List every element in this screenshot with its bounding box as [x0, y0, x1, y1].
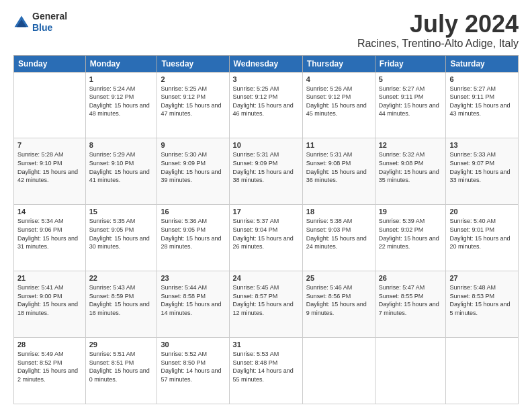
day-info: Sunrise: 5:40 AMSunset: 9:01 PMDaylight:… — [449, 217, 515, 250]
day-number: 20 — [449, 208, 515, 216]
day-number: 19 — [379, 208, 443, 216]
day-number: 12 — [379, 141, 443, 149]
day-number: 18 — [306, 208, 371, 216]
title-block: July 2024 Racines, Trentino-Alto Adige, … — [357, 11, 519, 50]
day-info: Sunrise: 5:28 AMSunset: 9:10 PMDaylight:… — [17, 150, 82, 184]
day-info: Sunrise: 5:25 AMSunset: 9:12 PMDaylight:… — [233, 85, 299, 118]
day-number: 4 — [306, 75, 371, 83]
day-info: Sunrise: 5:43 AMSunset: 8:59 PMDaylight:… — [89, 283, 154, 317]
day-info: Sunrise: 5:47 AMSunset: 8:55 PMDaylight:… — [379, 283, 443, 317]
day-cell: 26 Sunrise: 5:47 AMSunset: 8:55 PMDaylig… — [375, 271, 446, 338]
day-info: Sunrise: 5:34 AMSunset: 9:06 PMDaylight:… — [17, 217, 82, 250]
calendar-page: General Blue July 2024 Racines, Trentino… — [0, 0, 532, 411]
day-info: Sunrise: 5:37 AMSunset: 9:04 PMDaylight:… — [233, 217, 299, 250]
day-info: Sunrise: 5:39 AMSunset: 9:02 PMDaylight:… — [379, 217, 443, 250]
day-info: Sunrise: 5:38 AMSunset: 9:03 PMDaylight:… — [306, 217, 371, 250]
header-wednesday: Wednesday — [229, 55, 302, 72]
week-row-4: 21 Sunrise: 5:41 AMSunset: 9:00 PMDaylig… — [14, 271, 519, 338]
day-number: 15 — [89, 208, 154, 216]
day-info: Sunrise: 5:27 AMSunset: 9:11 PMDaylight:… — [379, 85, 443, 118]
day-cell — [446, 338, 519, 404]
day-number: 17 — [233, 208, 299, 216]
day-cell: 6 Sunrise: 5:27 AMSunset: 9:11 PMDayligh… — [446, 72, 519, 138]
day-number: 8 — [89, 141, 154, 149]
day-number: 28 — [17, 340, 82, 349]
calendar-table: Sunday Monday Tuesday Wednesday Thursday… — [13, 55, 519, 404]
header-friday: Friday — [375, 55, 446, 72]
day-number: 23 — [161, 274, 225, 282]
day-info: Sunrise: 5:25 AMSunset: 9:12 PMDaylight:… — [161, 85, 225, 118]
day-info: Sunrise: 5:33 AMSunset: 9:07 PMDaylight:… — [449, 150, 515, 184]
day-cell: 29 Sunrise: 5:51 AMSunset: 8:51 PMDaylig… — [85, 338, 157, 404]
day-cell: 17 Sunrise: 5:37 AMSunset: 9:04 PMDaylig… — [229, 205, 302, 271]
logo-blue: Blue — [32, 22, 52, 33]
day-cell: 30 Sunrise: 5:52 AMSunset: 8:50 PMDaylig… — [157, 338, 229, 404]
day-cell: 24 Sunrise: 5:45 AMSunset: 8:57 PMDaylig… — [229, 271, 302, 338]
day-cell — [375, 338, 446, 404]
day-cell — [14, 72, 86, 138]
day-info: Sunrise: 5:49 AMSunset: 8:52 PMDaylight:… — [17, 350, 82, 383]
day-info: Sunrise: 5:46 AMSunset: 8:56 PMDaylight:… — [306, 283, 371, 317]
page-header: General Blue July 2024 Racines, Trentino… — [13, 11, 519, 50]
day-number: 5 — [379, 75, 443, 83]
day-cell: 1 Sunrise: 5:24 AMSunset: 9:12 PMDayligh… — [85, 72, 157, 138]
logo: General Blue — [13, 11, 67, 34]
week-row-5: 28 Sunrise: 5:49 AMSunset: 8:52 PMDaylig… — [14, 338, 519, 404]
logo-icon — [13, 14, 30, 30]
day-cell: 5 Sunrise: 5:27 AMSunset: 9:11 PMDayligh… — [375, 72, 446, 138]
day-number: 24 — [233, 274, 299, 282]
day-cell: 22 Sunrise: 5:43 AMSunset: 8:59 PMDaylig… — [85, 271, 157, 338]
week-row-2: 7 Sunrise: 5:28 AMSunset: 9:10 PMDayligh… — [14, 138, 519, 205]
day-number: 27 — [449, 274, 515, 282]
day-number: 7 — [17, 141, 82, 149]
header-thursday: Thursday — [302, 55, 375, 72]
day-info: Sunrise: 5:45 AMSunset: 8:57 PMDaylight:… — [233, 283, 299, 317]
day-number: 9 — [161, 141, 225, 149]
day-cell: 28 Sunrise: 5:49 AMSunset: 8:52 PMDaylig… — [14, 338, 86, 404]
day-cell — [302, 338, 375, 404]
day-info: Sunrise: 5:44 AMSunset: 8:58 PMDaylight:… — [161, 283, 225, 317]
day-info: Sunrise: 5:52 AMSunset: 8:50 PMDaylight:… — [161, 350, 225, 383]
week-row-1: 1 Sunrise: 5:24 AMSunset: 9:12 PMDayligh… — [14, 72, 519, 138]
day-info: Sunrise: 5:31 AMSunset: 9:09 PMDaylight:… — [233, 150, 299, 184]
day-number: 10 — [233, 141, 299, 149]
day-info: Sunrise: 5:29 AMSunset: 9:10 PMDaylight:… — [89, 150, 154, 184]
day-number: 2 — [161, 75, 225, 83]
day-cell: 9 Sunrise: 5:30 AMSunset: 9:09 PMDayligh… — [157, 138, 229, 205]
day-cell: 23 Sunrise: 5:44 AMSunset: 8:58 PMDaylig… — [157, 271, 229, 338]
day-cell: 25 Sunrise: 5:46 AMSunset: 8:56 PMDaylig… — [302, 271, 375, 338]
weekday-header-row: Sunday Monday Tuesday Wednesday Thursday… — [14, 55, 519, 72]
day-number: 6 — [449, 75, 515, 83]
header-sunday: Sunday — [14, 55, 86, 72]
day-info: Sunrise: 5:35 AMSunset: 9:05 PMDaylight:… — [89, 217, 154, 250]
day-number: 30 — [161, 340, 225, 349]
day-number: 11 — [306, 141, 371, 149]
day-cell: 10 Sunrise: 5:31 AMSunset: 9:09 PMDaylig… — [229, 138, 302, 205]
day-info: Sunrise: 5:41 AMSunset: 9:00 PMDaylight:… — [17, 283, 82, 317]
day-cell: 4 Sunrise: 5:26 AMSunset: 9:12 PMDayligh… — [302, 72, 375, 138]
day-cell: 15 Sunrise: 5:35 AMSunset: 9:05 PMDaylig… — [85, 205, 157, 271]
day-number: 26 — [379, 274, 443, 282]
day-number: 13 — [449, 141, 515, 149]
header-saturday: Saturday — [446, 55, 519, 72]
day-cell: 14 Sunrise: 5:34 AMSunset: 9:06 PMDaylig… — [14, 205, 86, 271]
day-cell: 2 Sunrise: 5:25 AMSunset: 9:12 PMDayligh… — [157, 72, 229, 138]
day-info: Sunrise: 5:51 AMSunset: 8:51 PMDaylight:… — [89, 350, 154, 383]
day-number: 29 — [89, 340, 154, 349]
day-info: Sunrise: 5:24 AMSunset: 9:12 PMDaylight:… — [89, 85, 154, 118]
day-number: 22 — [89, 274, 154, 282]
day-number: 31 — [233, 340, 299, 349]
logo-general: General — [32, 11, 67, 21]
location-subtitle: Racines, Trentino-Alto Adige, Italy — [357, 38, 519, 50]
day-info: Sunrise: 5:31 AMSunset: 9:08 PMDaylight:… — [306, 150, 371, 184]
day-info: Sunrise: 5:36 AMSunset: 9:05 PMDaylight:… — [161, 217, 225, 250]
day-info: Sunrise: 5:53 AMSunset: 8:48 PMDaylight:… — [233, 350, 299, 383]
day-number: 1 — [89, 75, 154, 83]
day-info: Sunrise: 5:48 AMSunset: 8:53 PMDaylight:… — [449, 283, 515, 317]
day-cell: 20 Sunrise: 5:40 AMSunset: 9:01 PMDaylig… — [446, 205, 519, 271]
day-cell: 7 Sunrise: 5:28 AMSunset: 9:10 PMDayligh… — [14, 138, 86, 205]
day-cell: 19 Sunrise: 5:39 AMSunset: 9:02 PMDaylig… — [375, 205, 446, 271]
day-number: 25 — [306, 274, 371, 282]
day-number: 14 — [17, 208, 82, 216]
logo-text: General Blue — [32, 11, 67, 34]
